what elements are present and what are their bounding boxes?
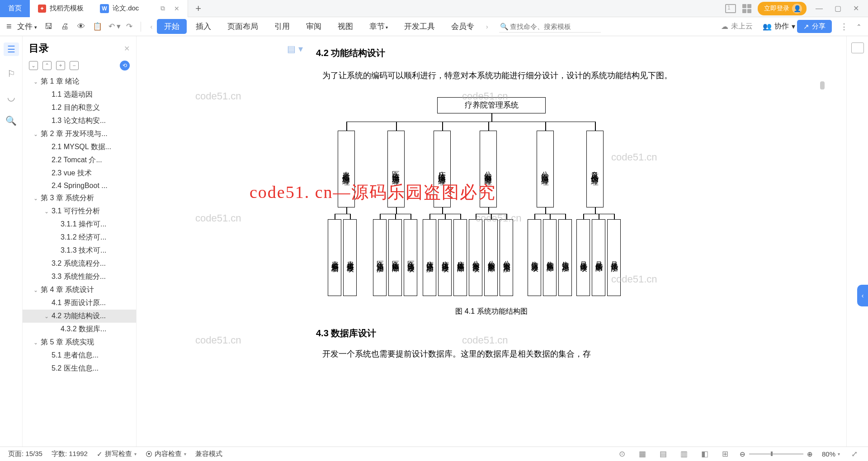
outline-item[interactable]: ⌄第 4 章 系统设计 bbox=[23, 283, 136, 296]
view-mode-icon-1[interactable]: ⊙ bbox=[619, 449, 625, 459]
outline-item[interactable]: 3.1.1 操作可... bbox=[23, 218, 136, 231]
ribbon-tab-view[interactable]: 视图 bbox=[330, 21, 360, 32]
undo-icon[interactable]: ↶ ▾ bbox=[108, 22, 121, 31]
outline-list[interactable]: ⌄第 1 章 绪论1.1 选题动因1.2 目的和意义1.3 论文结构安...⌄第… bbox=[23, 75, 136, 447]
rail-pin-icon[interactable]: ⚐ bbox=[5, 68, 17, 80]
right-rail-panel-icon[interactable] bbox=[851, 42, 864, 53]
outline-item[interactable]: 3.3 系统性能分... bbox=[23, 270, 136, 283]
preview-icon[interactable]: 👁 bbox=[76, 22, 86, 32]
minimize-icon[interactable]: — bbox=[813, 5, 826, 13]
tab-template-label: 找稻壳模板 bbox=[50, 4, 84, 13]
outline-item[interactable]: 1.1 选题动因 bbox=[23, 88, 136, 101]
ribbon-scroll-left[interactable]: ‹ bbox=[147, 23, 155, 30]
ribbon-tab-start[interactable]: 开始 bbox=[157, 19, 187, 34]
outline-item[interactable]: ⌄第 3 章 系统分析 bbox=[23, 192, 136, 205]
outline-item[interactable]: ⌄第 5 章 系统实现 bbox=[23, 336, 136, 349]
tab-duplicate-icon[interactable]: ⧉ bbox=[160, 5, 165, 12]
ribbon-tab-insert[interactable]: 插入 bbox=[189, 21, 218, 32]
outline-item[interactable]: 4.3.2 数据库... bbox=[23, 323, 136, 336]
view-mode-icon-4[interactable]: ▥ bbox=[680, 449, 688, 459]
outline-item[interactable]: 2.2 Tomcat 介... bbox=[23, 154, 136, 167]
login-button[interactable]: 立即登录 👤 bbox=[758, 2, 807, 15]
document-canvas[interactable]: ▤ ▾ 4.2 功能结构设计 为了让系统的编码可以顺利进行，特意对本系统功能进行… bbox=[137, 36, 846, 447]
outline-close-icon[interactable]: ✕ bbox=[124, 44, 130, 53]
outline-item[interactable]: 2.1 MYSQL 数据... bbox=[23, 141, 136, 154]
save-icon[interactable]: 🖫 bbox=[44, 22, 54, 32]
rail-search-icon[interactable]: 🔍 bbox=[5, 115, 17, 127]
copy-icon[interactable]: 📋 bbox=[93, 22, 103, 32]
ribbon-tab-layout[interactable]: 页面布局 bbox=[220, 21, 265, 32]
outline-sync-icon[interactable]: ⟲ bbox=[120, 61, 130, 71]
zoom-in-icon[interactable]: ⊕ bbox=[807, 450, 813, 458]
outline-item[interactable]: 3.2 系统流程分... bbox=[23, 257, 136, 270]
menu-icon[interactable]: ≡ bbox=[6, 21, 12, 32]
outline-item[interactable]: 3.1.2 经济可... bbox=[23, 231, 136, 244]
view-mode-icon-3[interactable]: ▤ bbox=[660, 449, 667, 459]
search-input[interactable] bbox=[499, 21, 601, 33]
outline-item[interactable]: 5.1 患者信息... bbox=[23, 349, 136, 362]
fullscreen-icon[interactable]: ⤢ bbox=[851, 449, 858, 459]
more-icon[interactable]: ⋮ bbox=[840, 22, 848, 32]
outline-collapse-all-icon[interactable]: ⌄ bbox=[29, 61, 38, 70]
zoom-out-icon[interactable]: ⊖ bbox=[740, 450, 745, 458]
share-button[interactable]: ↗分享 bbox=[797, 20, 832, 33]
file-menu[interactable]: 文件▾ bbox=[17, 21, 37, 32]
collapse-ribbon-icon[interactable]: ⌃ bbox=[856, 23, 862, 30]
ribbon-scroll-right[interactable]: › bbox=[483, 23, 491, 30]
outline-item[interactable]: ⌄3.1 可行性分析 bbox=[23, 205, 136, 218]
diagram-mid: 意见反馈管理 bbox=[586, 131, 604, 207]
window-split-icon[interactable] bbox=[725, 4, 736, 13]
outline-item[interactable]: 2.4 SpringBoot ... bbox=[23, 180, 136, 192]
redo-icon[interactable]: ↷ bbox=[126, 22, 132, 31]
collab-button[interactable]: 👥协作▾ bbox=[763, 22, 795, 31]
outline-item[interactable]: ⌄第 1 章 绪论 bbox=[23, 75, 136, 88]
outline-item[interactable]: 2.3 vue 技术 bbox=[23, 167, 136, 180]
outline-item[interactable]: 5.2 医生信息... bbox=[23, 362, 136, 375]
view-mode-icon-6[interactable]: ⊞ bbox=[722, 449, 728, 459]
tab-template[interactable]: ✦ 找稻壳模板 bbox=[30, 0, 92, 17]
zoom-level[interactable]: 80%▾ bbox=[822, 450, 840, 458]
apps-icon[interactable] bbox=[742, 4, 751, 13]
outline-item[interactable]: 3.1.3 技术可... bbox=[23, 244, 136, 257]
tab-close-icon[interactable]: ✕ bbox=[174, 5, 179, 12]
cloud-status[interactable]: ☁未上云 bbox=[721, 22, 753, 31]
status-page[interactable]: 页面: 15/35 bbox=[8, 450, 42, 458]
diagram-leaf: 公告类型修改 bbox=[469, 219, 482, 296]
tab-home[interactable]: 首页 bbox=[0, 0, 30, 17]
view-mode-icon-5[interactable]: ◧ bbox=[701, 449, 708, 459]
view-mode-icon-2[interactable]: ▦ bbox=[639, 449, 646, 459]
status-spellcheck[interactable]: ✓拼写检查▾ bbox=[97, 450, 137, 458]
outline-add-icon[interactable]: + bbox=[56, 61, 65, 70]
outline-expand-all-icon[interactable]: ⌃ bbox=[42, 61, 52, 70]
diagram-leaf: 见反馈添加 bbox=[607, 219, 621, 296]
zoom-slider[interactable]: ⊖ ⊕ bbox=[740, 450, 813, 458]
close-icon[interactable]: ✕ bbox=[850, 4, 862, 13]
scrollbar-thumb[interactable] bbox=[820, 81, 825, 89]
diagram-leaf: 告信息添加 bbox=[558, 219, 572, 296]
tab-add-button[interactable]: + bbox=[188, 3, 208, 14]
outline-remove-icon[interactable]: − bbox=[70, 61, 79, 70]
content-check-icon: ⦿ bbox=[146, 450, 152, 458]
search-box[interactable]: 🔍 bbox=[499, 21, 601, 33]
ribbon-tab-review[interactable]: 审阅 bbox=[299, 21, 329, 32]
outline-item[interactable]: ⌄4.2 功能结构设... bbox=[23, 310, 136, 323]
rail-outline-icon[interactable]: ☰ bbox=[4, 42, 19, 56]
outline-item[interactable]: 4.1 界面设计原... bbox=[23, 296, 136, 310]
ribbon-tab-member[interactable]: 会员专 bbox=[444, 21, 481, 32]
rail-bookmark-icon[interactable]: ◡ bbox=[5, 91, 17, 103]
outline-item[interactable]: ⌄第 2 章 开发环境与... bbox=[23, 127, 136, 141]
ribbon-tab-chapter[interactable]: 章节▾ bbox=[362, 21, 395, 32]
collab-icon: 👥 bbox=[763, 22, 772, 31]
ribbon-tab-ref[interactable]: 引用 bbox=[267, 21, 297, 32]
maximize-icon[interactable]: ▢ bbox=[832, 4, 844, 13]
ribbon-tab-dev[interactable]: 开发工具 bbox=[397, 21, 442, 32]
print-icon[interactable]: 🖨 bbox=[60, 22, 70, 32]
status-words[interactable]: 字数: 11992 bbox=[52, 450, 88, 458]
outline-item[interactable]: 1.3 论文结构安... bbox=[23, 114, 136, 127]
status-compat[interactable]: 兼容模式 bbox=[195, 450, 222, 458]
outline-item[interactable]: 1.2 目的和意义 bbox=[23, 101, 136, 114]
tab-doc[interactable]: W 论文.doc ⧉ ✕ bbox=[92, 0, 188, 17]
side-expand-tab[interactable]: ‹ bbox=[857, 285, 868, 306]
tab-bar: 首页 ✦ 找稻壳模板 W 论文.doc ⧉ ✕ + 立即登录 👤 — ▢ ✕ bbox=[0, 0, 868, 17]
status-content-check[interactable]: ⦿内容检查▾ bbox=[146, 450, 186, 458]
